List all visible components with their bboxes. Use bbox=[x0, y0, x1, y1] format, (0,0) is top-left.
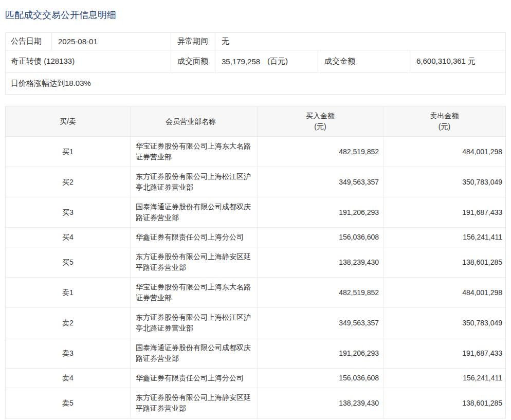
buy-amount-cell: 156,036,608 bbox=[258, 228, 384, 247]
trade-detail-table: 买/卖 会员营业部名称 买入金额 (元) 卖出金额 (元) 买1 华宝证券股份有… bbox=[5, 106, 506, 418]
face-value-label: 成交面额 bbox=[171, 50, 215, 72]
member-name-cell: 国泰海通证券股份有限公司成都双庆路证券营业部 bbox=[131, 197, 258, 227]
sell-amount-cell: 484,001,298 bbox=[384, 278, 505, 307]
sell-amount-cell: 350,783,049 bbox=[384, 167, 505, 197]
table-body: 买1 华宝证券股份有限公司上海东大名路证券营业部 482,519,852 484… bbox=[6, 137, 505, 418]
side-cell: 买1 bbox=[6, 137, 131, 167]
member-name-cell: 东方证券股份有限公司上海松江区沪亭北路证券营业部 bbox=[131, 167, 258, 197]
header-buy-line1: 买入金额 bbox=[306, 111, 335, 121]
header-member-label: 会员营业部名称 bbox=[166, 116, 216, 127]
abnormal-period-label: 异常期间 bbox=[171, 33, 215, 50]
member-name-cell: 东方证券股份有限公司上海静安区延平路证券营业部 bbox=[131, 388, 258, 418]
face-value-cell: 35,179,258(百元) bbox=[215, 50, 318, 72]
header-member: 会员营业部名称 bbox=[131, 106, 258, 136]
bond-name: 奇正转债 (128133) bbox=[6, 50, 171, 72]
side-cell: 卖2 bbox=[6, 308, 131, 338]
side-cell: 卖1 bbox=[6, 278, 131, 307]
buy-amount-cell: 138,239,430 bbox=[258, 247, 384, 277]
page: 匹配成交交易公开信息明细 公告日期 2025-08-01 异常期间 无 奇正转债… bbox=[0, 10, 511, 418]
abnormal-period-value: 无 bbox=[215, 33, 505, 50]
table-row: 卖2 东方证券股份有限公司上海松江区沪亭北路证券营业部 349,563,357 … bbox=[6, 308, 505, 338]
header-sell-line1: 卖出金额 bbox=[430, 111, 459, 121]
sell-amount-cell: 138,601,285 bbox=[384, 388, 505, 418]
member-name-cell: 华宝证券股份有限公司上海东大名路证券营业部 bbox=[131, 278, 258, 307]
page-title: 匹配成交交易公开信息明细 bbox=[5, 10, 506, 20]
side-cell: 买2 bbox=[6, 167, 131, 197]
table-row: 买2 东方证券股份有限公司上海松江区沪亭北路证券营业部 349,563,357 … bbox=[6, 167, 505, 197]
member-name-cell: 东方证券股份有限公司上海静安区延平路证券营业部 bbox=[131, 247, 258, 277]
table-row: 卖4 华鑫证券有限责任公司上海分公司 156,036,608 156,241,4… bbox=[6, 369, 505, 388]
member-name-cell: 华鑫证券有限责任公司上海分公司 bbox=[131, 369, 258, 388]
buy-amount-cell: 482,519,852 bbox=[258, 137, 384, 167]
buy-amount-cell: 138,239,430 bbox=[258, 388, 384, 418]
turnover-value: 6,600,310,361 元 bbox=[410, 50, 505, 72]
header-sell-amount: 卖出金额 (元) bbox=[384, 106, 505, 136]
buy-amount-cell: 349,563,357 bbox=[258, 308, 384, 338]
sell-amount-cell: 138,601,285 bbox=[384, 247, 505, 277]
header-side: 买/卖 bbox=[6, 106, 131, 136]
side-cell: 卖4 bbox=[6, 369, 131, 388]
sell-amount-cell: 156,241,411 bbox=[384, 228, 505, 247]
table-row: 买5 东方证券股份有限公司上海静安区延平路证券营业部 138,239,430 1… bbox=[6, 247, 505, 278]
table-row: 卖5 东方证券股份有限公司上海静安区延平路证券营业部 138,239,430 1… bbox=[6, 388, 505, 418]
sell-amount-cell: 191,687,433 bbox=[384, 197, 505, 227]
table-row: 买3 国泰海通证券股份有限公司成都双庆路证券营业部 191,206,293 19… bbox=[6, 197, 505, 228]
price-change-note: 日价格涨幅达到18.03% bbox=[6, 73, 505, 94]
header-side-label: 买/卖 bbox=[60, 116, 76, 127]
table-row: 买1 华宝证券股份有限公司上海东大名路证券营业部 482,519,852 484… bbox=[6, 137, 505, 167]
header-buy-amount: 买入金额 (元) bbox=[258, 106, 384, 136]
sell-amount-cell: 156,241,411 bbox=[384, 369, 505, 388]
side-cell: 买5 bbox=[6, 247, 131, 277]
member-name-cell: 东方证券股份有限公司上海松江区沪亭北路证券营业部 bbox=[131, 308, 258, 338]
turnover-label: 成交金额 bbox=[318, 50, 410, 72]
header-sell-line2: (元) bbox=[439, 121, 450, 132]
buy-amount-cell: 156,036,608 bbox=[258, 369, 384, 388]
table-header-row: 买/卖 会员营业部名称 买入金额 (元) 卖出金额 (元) bbox=[6, 106, 505, 137]
info-row-bond: 奇正转债 (128133) 成交面额 35,179,258(百元) 成交金额 6… bbox=[6, 50, 505, 73]
info-row-date: 公告日期 2025-08-01 异常期间 无 bbox=[6, 33, 505, 50]
member-name-cell: 华宝证券股份有限公司上海东大名路证券营业部 bbox=[131, 137, 258, 167]
info-row-note: 日价格涨幅达到18.03% bbox=[6, 73, 505, 94]
face-value: 35,179,258 bbox=[222, 57, 260, 66]
side-cell: 买3 bbox=[6, 197, 131, 227]
member-name-cell: 国泰海通证券股份有限公司成都双庆路证券营业部 bbox=[131, 338, 258, 368]
face-value-unit: (百元) bbox=[267, 57, 288, 66]
sell-amount-cell: 350,783,049 bbox=[384, 308, 505, 338]
table-row: 卖1 华宝证券股份有限公司上海东大名路证券营业部 482,519,852 484… bbox=[6, 278, 505, 308]
summary-info-table: 公告日期 2025-08-01 异常期间 无 奇正转债 (128133) 成交面… bbox=[5, 32, 506, 95]
header-buy-line2: (元) bbox=[314, 121, 326, 132]
table-row: 卖3 国泰海通证券股份有限公司成都双庆路证券营业部 191,206,293 19… bbox=[6, 338, 505, 369]
buy-amount-cell: 191,206,293 bbox=[258, 338, 384, 368]
announce-date-value: 2025-08-01 bbox=[52, 33, 171, 50]
member-name-cell: 华鑫证券有限责任公司上海分公司 bbox=[131, 228, 258, 247]
side-cell: 买4 bbox=[6, 228, 131, 247]
announce-date-label: 公告日期 bbox=[6, 33, 52, 50]
buy-amount-cell: 349,563,357 bbox=[258, 167, 384, 197]
side-cell: 卖5 bbox=[6, 388, 131, 418]
sell-amount-cell: 191,687,433 bbox=[384, 338, 505, 368]
table-row: 买4 华鑫证券有限责任公司上海分公司 156,036,608 156,241,4… bbox=[6, 228, 505, 247]
side-cell: 卖3 bbox=[6, 338, 131, 368]
sell-amount-cell: 484,001,298 bbox=[384, 137, 505, 167]
buy-amount-cell: 482,519,852 bbox=[258, 278, 384, 307]
buy-amount-cell: 191,206,293 bbox=[258, 197, 384, 227]
